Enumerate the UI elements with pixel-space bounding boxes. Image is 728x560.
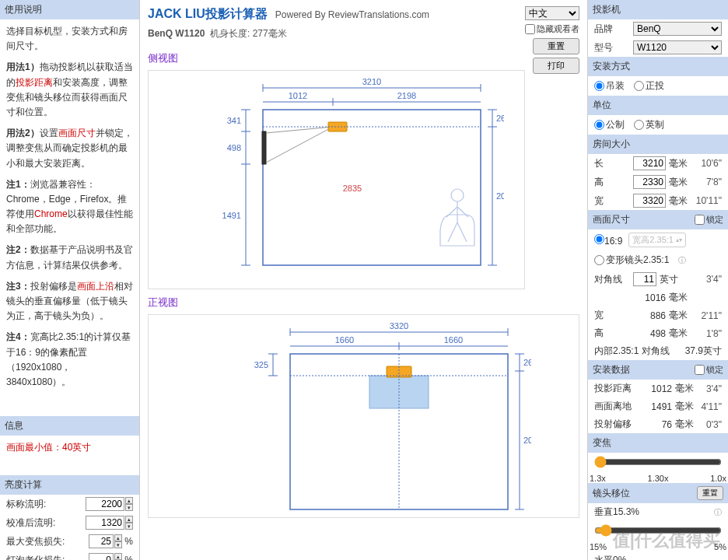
- install-lock-checkbox[interactable]: 锁定: [695, 364, 723, 376]
- mount-header: 安装方式: [588, 57, 728, 76]
- lamp-age-input[interactable]: [89, 553, 114, 560]
- install-header: 安装数据 锁定: [588, 360, 728, 380]
- hide-viewer-checkbox[interactable]: 隐藏观看者: [525, 23, 579, 35]
- model-select[interactable]: W1120: [633, 40, 722, 54]
- center-panel: 中文 隐藏观看者 重置 打印 JACK LIU投影计算器 Powered By …: [140, 0, 588, 560]
- svg-text:1491: 1491: [222, 211, 240, 220]
- zoom-loss-input[interactable]: [89, 534, 114, 548]
- vshift-slider[interactable]: [594, 524, 722, 537]
- info-body: 画面最小值：40英寸: [0, 436, 139, 460]
- front-view-diagram[interactable]: 3320 16601660 325 265 2065: [148, 314, 579, 518]
- calibrated-lumens-input[interactable]: [86, 516, 124, 530]
- aspect-235-input[interactable]: 宽高2.35:1 ▴▾: [628, 233, 686, 247]
- instructions-body: 选择目标机型，安装方式和房间尺寸。 用法1）拖动投影机以获取适当的投影距离和安装…: [0, 19, 139, 401]
- subtitle: BenQ W1120 机身长度: 277毫米: [148, 27, 579, 40]
- right-panel: 投影机 品牌BenQ 型号W1120 安装方式 吊装 正投 单位 公制 英制 房…: [588, 0, 728, 560]
- svg-text:1012: 1012: [288, 91, 306, 100]
- shift-header: 镜头移位 重置: [588, 483, 728, 503]
- print-button[interactable]: 打印: [533, 58, 579, 74]
- brand-select[interactable]: BenQ: [633, 22, 722, 36]
- zoom-header: 变焦: [588, 433, 728, 453]
- info-header: 信息: [0, 416, 139, 436]
- room-height-input[interactable]: [633, 175, 666, 189]
- units-header: 单位: [588, 96, 728, 115]
- room-header: 房间大小: [588, 135, 728, 154]
- room-width-input[interactable]: [633, 194, 666, 208]
- shift-reset-button[interactable]: 重置: [697, 486, 723, 500]
- brightness-header: 亮度计算: [0, 475, 139, 495]
- svg-text:2065: 2065: [523, 436, 531, 445]
- svg-text:265: 265: [523, 358, 531, 367]
- aspect-169-radio[interactable]: 16:9: [594, 234, 622, 247]
- reset-button[interactable]: 重置: [533, 38, 579, 54]
- units-imperial-radio[interactable]: 英制: [634, 118, 664, 131]
- app-title: JACK LIU投影计算器: [148, 6, 268, 23]
- svg-text:498: 498: [226, 143, 240, 152]
- rated-lumens-input[interactable]: [86, 497, 124, 511]
- instructions-header: 使用说明: [0, 0, 139, 19]
- step-up[interactable]: ▴: [125, 497, 133, 504]
- svg-text:2065: 2065: [496, 191, 504, 201]
- room-length-input[interactable]: [633, 156, 666, 170]
- side-view-diagram[interactable]: 3210 10122198 341 498 1491 265 2065 2835: [148, 70, 525, 289]
- screen-header: 画面尺寸 锁定: [588, 210, 728, 229]
- svg-text:325: 325: [254, 360, 268, 369]
- front-view-label: 正视图: [148, 296, 579, 310]
- svg-text:2198: 2198: [397, 91, 415, 100]
- svg-rect-26: [262, 131, 266, 164]
- svg-text:265: 265: [496, 114, 504, 123]
- powered-by: Powered By ReviewTranslations.com: [275, 9, 429, 20]
- svg-text:3320: 3320: [389, 321, 408, 331]
- diagonal-input[interactable]: [633, 272, 656, 286]
- language-select[interactable]: 中文: [525, 6, 579, 20]
- zoom-slider[interactable]: [594, 456, 722, 468]
- units-metric-radio[interactable]: 公制: [594, 118, 625, 131]
- svg-text:1660: 1660: [334, 335, 353, 345]
- svg-text:341: 341: [226, 116, 240, 125]
- side-view-label: 侧视图: [148, 51, 579, 65]
- svg-text:3210: 3210: [362, 77, 380, 86]
- step-down[interactable]: ▾: [125, 504, 133, 511]
- mount-front-radio[interactable]: 正投: [634, 79, 664, 93]
- screen-lock-checkbox[interactable]: 锁定: [695, 214, 723, 226]
- left-panel: 使用说明 选择目标机型，安装方式和房间尺寸。 用法1）拖动投影机以获取适当的投影…: [0, 0, 140, 560]
- svg-text:2835: 2835: [342, 184, 361, 193]
- svg-text:1660: 1660: [443, 335, 462, 345]
- mount-ceiling-radio[interactable]: 吊装: [594, 79, 625, 93]
- projector-header: 投影机: [588, 0, 728, 19]
- anamorphic-radio[interactable]: 变形镜头2.35:1: [594, 254, 669, 267]
- svg-point-32: [451, 189, 464, 201]
